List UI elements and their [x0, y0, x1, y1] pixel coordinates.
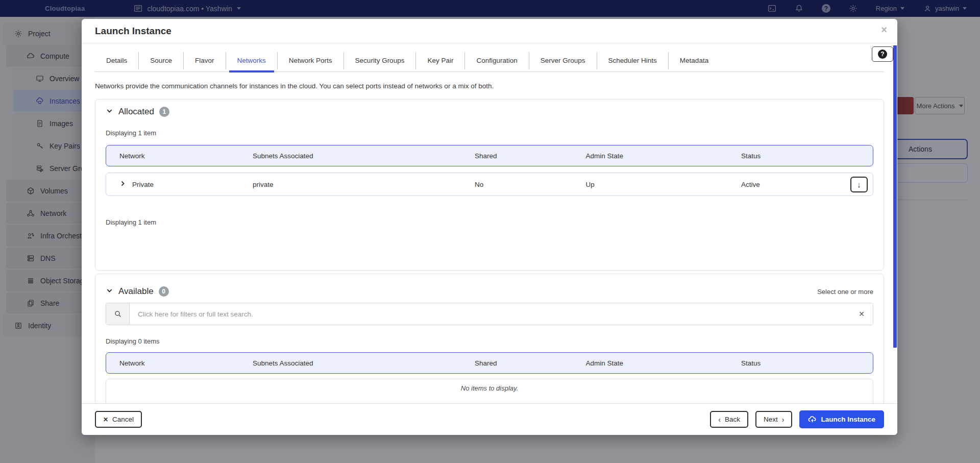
cell-admin-state: Up — [586, 181, 742, 188]
cell-subnets-associated: private — [253, 181, 475, 188]
available-header[interactable]: Available 0 Select one or more — [106, 286, 873, 297]
tab-configuration[interactable]: Configuration — [464, 52, 528, 69]
allocated-table-header: Network Subnets Associated Shared Admin … — [106, 145, 873, 166]
table-row: Private private No Up Active ↓ — [106, 173, 873, 196]
tab-metadata[interactable]: Metadata — [668, 52, 720, 69]
column-admin-state: Admin State — [586, 152, 742, 160]
allocated-count-text: Displaying 1 item — [106, 129, 873, 137]
tab-security-groups[interactable]: Security Groups — [344, 52, 416, 69]
allocated-count-text-bottom: Displaying 1 item — [106, 218, 873, 226]
tab-flavor[interactable]: Flavor — [183, 52, 226, 69]
deallocate-arrow-button[interactable]: ↓ — [850, 177, 868, 192]
wizard-help-button[interactable]: ? — [872, 46, 893, 62]
cancel-button[interactable]: ✕ Cancel — [95, 411, 142, 428]
column-subnets-associated: Subnets Associated — [253, 152, 475, 160]
back-label: Back — [725, 416, 740, 423]
modal-header: Launch Instance × — [82, 19, 897, 43]
available-table-header: Network Subnets Associated Shared Admin … — [106, 352, 873, 374]
column-shared: Shared — [475, 152, 586, 160]
filter-search-bar: ✕ — [106, 303, 873, 325]
column-admin-state: Admin State — [586, 359, 742, 367]
modal-scrollbar[interactable] — [893, 45, 897, 348]
tab-details[interactable]: Details — [95, 52, 138, 69]
clear-search-icon[interactable]: ✕ — [850, 303, 873, 325]
search-input[interactable] — [130, 303, 850, 325]
cancel-label: Cancel — [112, 416, 134, 423]
column-status: Status — [741, 152, 860, 160]
available-panel: Available 0 Select one or more ✕ Display… — [95, 274, 884, 403]
collapse-chevron-icon — [106, 107, 113, 117]
close-icon[interactable]: × — [881, 24, 887, 36]
tab-scheduler-hints[interactable]: Scheduler Hints — [597, 52, 668, 69]
tab-networks[interactable]: Networks — [226, 52, 277, 69]
allocated-title: Allocated — [118, 107, 154, 117]
allocated-count-badge: 1 — [159, 107, 169, 117]
column-network: Network — [119, 359, 253, 367]
launch-instance-modal: Launch Instance × ? Details Source Flavo… — [82, 19, 897, 435]
networks-description: Networks provide the communication chann… — [95, 82, 884, 90]
column-network: Network — [119, 152, 253, 160]
chevron-right-icon: › — [782, 416, 785, 424]
available-title: Available — [118, 286, 154, 297]
select-hint-text: Select one or more — [817, 288, 873, 296]
column-shared: Shared — [475, 359, 586, 367]
tab-source[interactable]: Source — [138, 52, 183, 69]
cell-shared: No — [475, 181, 586, 188]
column-status: Status — [741, 359, 860, 367]
column-subnets-associated: Subnets Associated — [253, 359, 475, 367]
allocated-panel: Allocated 1 Displaying 1 item Network Su… — [95, 99, 884, 271]
cell-network: Private — [132, 181, 154, 188]
collapse-chevron-icon — [106, 287, 113, 297]
modal-body: ? Details Source Flavor Networks Network… — [82, 43, 897, 403]
next-button[interactable]: Next › — [755, 411, 792, 428]
allocated-header[interactable]: Allocated 1 — [106, 107, 873, 117]
cloud-upload-icon — [808, 415, 817, 424]
row-expand-chevron-icon[interactable] — [119, 180, 126, 188]
modal-footer: ✕ Cancel ‹ Back Next › Launch Instance — [82, 403, 897, 435]
close-icon: ✕ — [103, 416, 108, 423]
tab-network-ports[interactable]: Network Ports — [277, 52, 344, 69]
modal-title: Launch Instance — [95, 26, 172, 37]
tab-server-groups[interactable]: Server Groups — [529, 52, 597, 69]
search-icon — [106, 303, 130, 325]
available-count-text: Displaying 0 items — [106, 337, 873, 345]
launch-label: Launch Instance — [821, 416, 875, 423]
available-count-badge: 0 — [159, 286, 169, 297]
empty-table-message: No items to display. — [106, 379, 873, 403]
tab-key-pair[interactable]: Key Pair — [415, 52, 464, 69]
launch-instance-button[interactable]: Launch Instance — [799, 410, 884, 428]
wizard-tabs: Details Source Flavor Networks Network P… — [95, 50, 884, 72]
back-button[interactable]: ‹ Back — [710, 411, 748, 428]
cell-status: Active — [741, 181, 860, 188]
help-icon: ? — [878, 50, 887, 59]
chevron-left-icon: ‹ — [718, 416, 721, 424]
next-label: Next — [764, 416, 778, 423]
